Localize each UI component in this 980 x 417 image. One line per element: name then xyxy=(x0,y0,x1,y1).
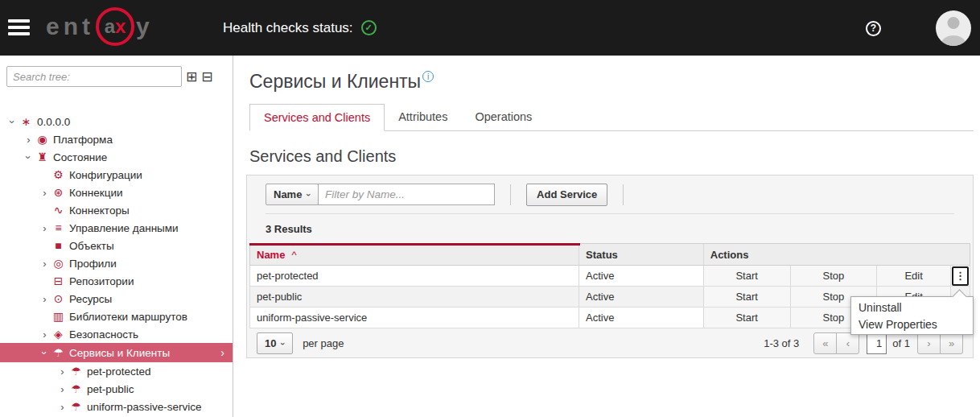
section-title: Services and Clients xyxy=(249,147,980,166)
sort-asc-icon: ^ xyxy=(291,249,296,261)
context-menu: Uninstall View Properties xyxy=(850,296,974,335)
column-header-name[interactable]: Name ^ xyxy=(250,244,579,265)
chevron-right-icon[interactable]: › xyxy=(56,401,68,413)
edit-button[interactable]: Edit xyxy=(877,266,951,286)
app-root: ent ax y Health checks status: ✓ ? ⊞ ⊟ ›… xyxy=(0,0,980,417)
tab-bar: Services and Clients Attributes Operatio… xyxy=(249,104,974,131)
start-button[interactable]: Start xyxy=(704,266,791,286)
start-button[interactable]: Start xyxy=(704,308,791,328)
next-page-button[interactable]: › xyxy=(917,332,941,354)
chevron-down-icon: › xyxy=(278,342,288,345)
node-icon: ∗ xyxy=(19,115,34,128)
tree-item-upravlenie-dannymi[interactable]: › ≡ Управление данными xyxy=(0,219,233,237)
column-header-status[interactable]: Status xyxy=(579,244,704,265)
tree-item-pet-protected[interactable]: › ☂ pet-protected xyxy=(0,362,233,380)
navigation-tree: › ∗ 0.0.0.0 › ◉ Платформа › ♜ Состояние … xyxy=(0,113,233,415)
tree-item-servisy-i-klienty[interactable]: › ☂ Сервисы и Клиенты › xyxy=(0,343,233,362)
tab-services-and-clients[interactable]: Services and Clients xyxy=(249,104,385,131)
expand-all-icon: ⊞ xyxy=(186,69,197,85)
platform-icon: ◉ xyxy=(35,133,50,146)
state-icon: ♜ xyxy=(35,151,50,163)
chevron-right-icon[interactable]: › xyxy=(39,187,51,199)
service-icon: ☂ xyxy=(68,365,84,378)
tree-item-pet-public[interactable]: › ☂ pet-public xyxy=(0,380,233,398)
toolbar-divider xyxy=(510,184,511,205)
connectors-icon: ∿ xyxy=(51,204,66,217)
add-service-button[interactable]: Add Service xyxy=(526,184,607,206)
logo-ring-icon: ax xyxy=(96,7,134,46)
row-menu-button[interactable]: ⋮ xyxy=(952,266,969,286)
tab-operations[interactable]: Operations xyxy=(461,104,546,130)
last-page-button[interactable]: » xyxy=(940,332,963,354)
cell-name: pet-public xyxy=(250,287,579,307)
prev-page-button[interactable]: ‹ xyxy=(836,332,859,354)
tree-item-resursy[interactable]: › ⊙ Ресурсы xyxy=(0,290,233,308)
connections-icon: ⊛ xyxy=(51,186,66,199)
tree-item-biblioteki-marshrutov[interactable]: ▥ Библиотеки маршрутов xyxy=(0,308,233,325)
configurations-icon: ⚙ xyxy=(51,168,66,181)
per-page-select[interactable]: 10 › xyxy=(257,332,293,354)
tree-item-konfiguracii[interactable]: ⚙ Конфигурации xyxy=(0,166,233,184)
chevron-right-icon[interactable]: › xyxy=(23,134,35,146)
chevron-right-icon[interactable]: › xyxy=(56,383,68,395)
toolbar-divider xyxy=(623,184,624,205)
stop-button[interactable]: Stop xyxy=(791,266,878,286)
chevron-down-icon[interactable]: › xyxy=(23,151,35,163)
security-icon: ◈ xyxy=(51,328,66,341)
chevron-right-icon[interactable]: › xyxy=(220,346,224,359)
first-page-button[interactable]: « xyxy=(813,332,837,354)
tree-item-obekty[interactable]: ■ Объекты xyxy=(0,237,233,254)
tree-item-profili[interactable]: › ◎ Профили xyxy=(0,254,233,272)
services-icon: ☂ xyxy=(51,346,66,359)
tree-item-0000[interactable]: › ∗ 0.0.0.0 xyxy=(0,113,233,130)
filter-field-select[interactable]: Name › xyxy=(266,184,319,205)
chevron-right-icon[interactable]: › xyxy=(56,365,68,378)
help-button[interactable]: ? xyxy=(866,20,881,36)
chevron-right-icon[interactable]: › xyxy=(39,328,51,341)
tree-item-konnektory[interactable]: ∿ Коннекторы xyxy=(0,201,233,219)
route-libraries-icon: ▥ xyxy=(51,310,66,323)
filter-input[interactable] xyxy=(318,184,495,205)
chevron-down-icon[interactable]: › xyxy=(6,116,19,128)
tree-item-sostoyanie[interactable]: › ♜ Состояние xyxy=(0,148,233,166)
start-button[interactable]: Start xyxy=(704,287,791,307)
tree-item-repozitorii[interactable]: ⊟ Репозитории xyxy=(0,272,233,290)
logo-text: y xyxy=(136,13,154,40)
repositories-icon: ⊟ xyxy=(51,275,66,287)
health-ok-icon: ✓ xyxy=(361,20,377,35)
column-header-actions: Actions xyxy=(704,244,970,265)
tree-item-platforma[interactable]: › ◉ Платформа xyxy=(0,130,233,148)
resources-icon: ⊙ xyxy=(51,292,66,305)
chevron-right-icon[interactable]: › xyxy=(39,293,51,305)
page-title: Сервисы и Клиенты xyxy=(249,71,421,92)
sorted-column-indicator-bar xyxy=(249,243,580,246)
results-range: 1-3 of 3 xyxy=(764,337,799,349)
cell-name: pet-protected xyxy=(250,266,579,286)
service-icon: ☂ xyxy=(68,400,84,413)
cell-status: Active xyxy=(579,266,704,286)
menu-item-uninstall[interactable]: Uninstall xyxy=(851,299,973,316)
info-icon[interactable]: i xyxy=(422,71,434,82)
main-content: Сервисы и Клиентыi Services and Clients … xyxy=(233,56,980,417)
tab-attributes[interactable]: Attributes xyxy=(385,104,461,130)
chevron-down-icon: › xyxy=(304,193,314,196)
tree-search-input[interactable] xyxy=(6,66,182,87)
health-checks-label: Health checks status: xyxy=(223,20,353,36)
help-icon: ? xyxy=(866,21,881,36)
menu-item-view-properties[interactable]: View Properties xyxy=(851,316,973,332)
chevron-right-icon[interactable]: › xyxy=(39,222,51,234)
collapse-all-button[interactable]: ⊟ xyxy=(201,70,212,84)
expand-all-button[interactable]: ⊞ xyxy=(186,70,197,84)
tree-item-uniform-passive-service[interactable]: › ☂ uniform-passive-service xyxy=(0,398,233,415)
tree-item-bezopasnost[interactable]: › ◈ Безопасность xyxy=(0,325,233,343)
results-count: 3 Results xyxy=(266,223,312,235)
page-number-input[interactable] xyxy=(867,333,887,354)
menu-icon[interactable] xyxy=(8,16,31,39)
tree-item-konnekcii[interactable]: › ⊛ Коннекции xyxy=(0,184,233,201)
user-avatar[interactable] xyxy=(936,10,971,46)
chevron-down-icon[interactable]: › xyxy=(39,347,51,359)
collapse-all-icon: ⊟ xyxy=(201,69,212,85)
profiles-icon: ◎ xyxy=(51,257,66,270)
objects-icon: ■ xyxy=(51,239,66,252)
chevron-right-icon[interactable]: › xyxy=(39,258,51,270)
